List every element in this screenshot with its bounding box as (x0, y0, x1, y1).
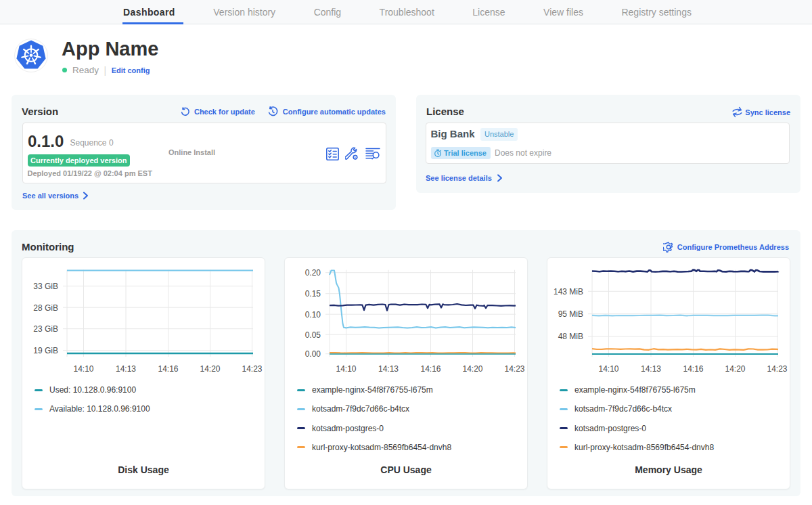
svg-text:48 MiB: 48 MiB (558, 332, 583, 341)
svg-text:0.20: 0.20 (305, 268, 321, 278)
svg-text:143 MiB: 143 MiB (554, 287, 583, 297)
svg-text:14:13: 14:13 (641, 364, 661, 374)
svg-text:19 GiB: 19 GiB (33, 346, 58, 355)
svg-text:28 GiB: 28 GiB (33, 303, 58, 313)
svg-text:0.05: 0.05 (305, 330, 321, 340)
svg-text:14:10: 14:10 (73, 364, 93, 374)
svg-text:14:16: 14:16 (420, 364, 441, 374)
svg-text:95 MiB: 95 MiB (558, 309, 583, 319)
svg-text:0.15: 0.15 (305, 289, 321, 299)
svg-text:0.10: 0.10 (305, 310, 321, 320)
svg-text:14:16: 14:16 (683, 364, 703, 374)
svg-text:14:20: 14:20 (462, 364, 482, 374)
svg-text:14:23: 14:23 (767, 364, 787, 374)
svg-text:14:23: 14:23 (242, 364, 262, 374)
svg-text:14:16: 14:16 (158, 364, 178, 374)
svg-text:0.00: 0.00 (305, 349, 321, 359)
svg-text:23 GiB: 23 GiB (33, 324, 58, 334)
svg-text:14:23: 14:23 (504, 364, 524, 374)
svg-text:14:10: 14:10 (598, 364, 618, 374)
svg-text:14:13: 14:13 (116, 364, 136, 374)
svg-text:14:13: 14:13 (378, 364, 399, 374)
svg-text:14:20: 14:20 (725, 364, 745, 374)
svg-text:33 GiB: 33 GiB (33, 282, 58, 291)
svg-text:14:20: 14:20 (200, 364, 220, 374)
svg-text:14:10: 14:10 (336, 364, 356, 374)
